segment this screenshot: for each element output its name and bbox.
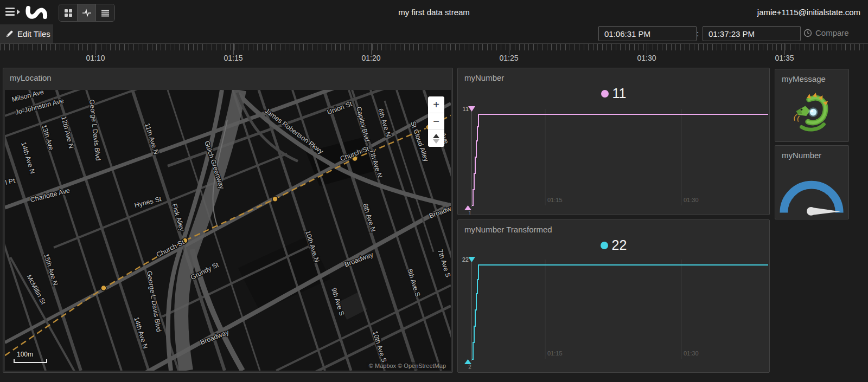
start-time-input[interactable] xyxy=(598,26,697,41)
mynumber-line-chart: 01:15 01:30 11 1 xyxy=(458,68,769,215)
app-root: my first data stream jamie+1115@initials… xyxy=(0,0,868,382)
time-separator: : xyxy=(697,29,699,38)
page-title: my first data stream xyxy=(0,8,868,17)
route-dot xyxy=(272,196,278,202)
compass-button[interactable] xyxy=(428,130,444,147)
route-dot xyxy=(101,286,106,291)
timeline-ruler[interactable]: 01:1001:1501:2001:2501:3001:35 xyxy=(0,43,868,68)
y-min-label: 2 xyxy=(468,364,471,370)
map-attribution[interactable]: © Mapbox © OpenStreetMap xyxy=(366,362,449,370)
y-min-marker xyxy=(464,205,471,210)
dragon-emoji xyxy=(791,92,833,137)
compare-label: Compare xyxy=(815,28,849,37)
timeline-label: 01:35 xyxy=(768,54,801,62)
tile-title: myMessage xyxy=(782,74,826,83)
map-scale-label: 100m xyxy=(14,351,47,358)
y-max-label: 22 xyxy=(462,256,469,263)
timeline-major-tick xyxy=(371,43,372,55)
map-canvas[interactable]: Milson AveJo-Johnston Ave13th Ave14th Av… xyxy=(5,90,451,371)
mynumber-transformed-line-chart: 01:15 01:30 22 2 xyxy=(458,220,769,372)
timeline-label: 01:10 xyxy=(79,54,112,62)
timeline-label: 01:30 xyxy=(630,54,663,62)
timeline-label: 01:15 xyxy=(217,54,250,62)
y-min-label: 1 xyxy=(468,210,471,215)
topbar: my first data stream jamie+1115@initials… xyxy=(0,0,868,24)
y-min-marker xyxy=(464,359,471,364)
timeline-label: 01:25 xyxy=(493,54,525,62)
x-grid-label: 01:30 xyxy=(684,350,699,357)
map-basemap: Milson AveJo-Johnston Ave13th Ave14th Av… xyxy=(5,90,451,371)
zoom-in-button[interactable]: + xyxy=(428,96,444,113)
user-email[interactable]: jamie+1115@initialstate.com xyxy=(757,8,860,17)
tile-title: myLocation xyxy=(10,73,52,82)
map-scale: 100m xyxy=(14,351,47,363)
timeline-major-tick xyxy=(647,43,647,55)
timeline-minor-ticks xyxy=(0,43,868,50)
x-grid-label: 01:15 xyxy=(547,350,563,357)
clock-icon xyxy=(803,29,812,37)
compass-down-icon xyxy=(433,139,439,144)
tile-mynumber-transformed-chart[interactable]: myNumber Transformed 22 01:15 01:30 22 2 xyxy=(457,219,770,373)
compass-up-icon xyxy=(433,134,439,138)
y-max-marker xyxy=(468,257,475,262)
map-zoom-controls: + − xyxy=(428,96,444,147)
tile-mynumber-gauge[interactable]: myNumber xyxy=(775,145,849,219)
y-max-marker xyxy=(468,106,475,112)
toolbar: Edit Tiles : Compare xyxy=(0,24,868,43)
timeline-label: 01:20 xyxy=(355,54,387,62)
edit-tiles-label: Edit Tiles xyxy=(17,29,50,38)
map-scale-bar xyxy=(14,359,47,363)
compare-button[interactable]: Compare xyxy=(803,28,849,37)
tile-mynumber-chart[interactable]: myNumber 11 01:15 01:30 11 1 xyxy=(457,68,770,215)
edit-tiles-button[interactable]: Edit Tiles xyxy=(0,24,53,43)
tile-mylocation: myLocation xyxy=(3,68,453,373)
x-grid-label: 01:15 xyxy=(547,197,563,203)
timeline-major-tick xyxy=(509,43,509,55)
x-grid-label: 01:30 xyxy=(684,197,699,203)
tile-mymessage[interactable]: myMessage xyxy=(775,69,849,142)
tile-title: myNumber xyxy=(782,151,821,160)
end-time-input[interactable] xyxy=(703,26,801,41)
zoom-out-button[interactable]: − xyxy=(428,113,444,130)
timeline-major-tick xyxy=(233,43,234,55)
pencil-icon xyxy=(5,30,14,38)
y-max-label: 11 xyxy=(463,106,469,112)
mynumber-gauge xyxy=(775,163,848,218)
timeline-major-tick xyxy=(95,43,96,55)
timeline-major-tick xyxy=(784,43,785,55)
